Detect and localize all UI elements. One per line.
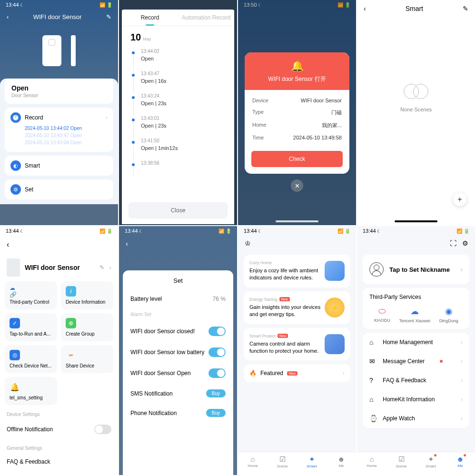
alarm-row[interactable]: WIFI door Sensor low battery xyxy=(123,342,233,363)
close-icon[interactable]: ✕ xyxy=(291,179,303,192)
energy-card[interactable]: Energy SavingNewGain insights into your … xyxy=(244,291,350,324)
tab-smart[interactable]: ✦Smart xyxy=(416,455,446,468)
svc-tencent[interactable]: ☁Tencent Xiaowei xyxy=(399,306,430,323)
set-row[interactable]: ⚙ Set xyxy=(5,179,113,199)
menu-faq[interactable]: ?FAQ & Feedback› xyxy=(363,371,469,390)
date-day: 10 xyxy=(130,32,141,43)
notification-dot xyxy=(434,454,436,456)
back-icon[interactable]: ‹ xyxy=(0,236,118,254)
bell-icon: 🔔 xyxy=(245,60,349,72)
back-icon[interactable]: ‹ xyxy=(119,236,237,251)
svc-dingdong[interactable]: ◉DingDong xyxy=(439,306,458,323)
tabbar: ⌂Home ☑Scene ✦Smart ☻Me xyxy=(357,452,475,475)
tab-scene[interactable]: ☑Scene xyxy=(387,455,416,468)
set-label: Set xyxy=(25,186,33,193)
timeline: 13:44:02Open 13:43:47Open | 16s 13:43:24… xyxy=(122,45,234,198)
card-third-party[interactable]: ☁ 🔗Third-party Control xyxy=(5,281,57,309)
tab-automation[interactable]: Automation Record xyxy=(178,10,234,26)
menu-watch[interactable]: ⌚Apple Watch› xyxy=(363,409,469,428)
toggle[interactable] xyxy=(208,368,226,378)
device-hero xyxy=(0,24,118,77)
card-check-net[interactable]: ◎Check Device Net... xyxy=(5,345,57,373)
tabbar: ⌂Home ☑Scene ✦Smart ☻Me xyxy=(238,452,356,475)
tab-home[interactable]: ⌂Home xyxy=(357,455,387,468)
smart-row[interactable]: ◐ Smart xyxy=(5,156,113,176)
chevron-right-icon: › xyxy=(343,370,345,377)
edit-icon[interactable]: ✎ xyxy=(463,5,468,12)
record-item: 2024-05-10 13:43:04 Open xyxy=(25,140,108,145)
timeline-item: 13:43:47Open | 16s xyxy=(130,67,226,89)
section-label: Alarm Set xyxy=(123,308,233,321)
tab-smart[interactable]: ✦Smart xyxy=(297,455,327,468)
screen-device-settings: 13:44☾ 📶 🔋 ‹ WIFI door Sensor ✎ › ☁ 🔗Thi… xyxy=(0,226,119,476)
record-card[interactable]: 🕐 Record › 2024-05-10 13:44:02 Open 2024… xyxy=(5,108,113,152)
cozy-card[interactable]: Cozy HomeEnjoy a cozy life with ambient … xyxy=(244,255,350,288)
battery-row: Battery level 76 % xyxy=(123,290,233,308)
buy-button[interactable]: Buy xyxy=(206,409,226,417)
alarm-row[interactable]: WIFI door Sensor Open xyxy=(123,363,233,384)
menu-homekit[interactable]: ⌂HomeKit Information› xyxy=(363,390,469,409)
timeline-item: 13:43:24Open | 23s xyxy=(130,89,226,112)
chevron-right-icon: › xyxy=(461,358,463,365)
toggle[interactable] xyxy=(208,327,226,336)
home-icon xyxy=(325,261,345,281)
home-icon: ⌂ xyxy=(369,338,378,346)
card-tap-run[interactable]: ✓Tap-to-Run and A... xyxy=(5,313,57,341)
card-device-info[interactable]: iDevice Information xyxy=(61,281,113,309)
add-button[interactable]: + xyxy=(453,193,466,206)
new-badge: New xyxy=(279,297,290,301)
card-tel-sms[interactable]: 🔔tel_sms_setting xyxy=(5,377,57,405)
status-bar: 13:44☾ 📶 🔋 xyxy=(0,0,118,10)
protect-card[interactable]: Smart ProtectNewCamera control and alarm… xyxy=(244,328,350,361)
menu-home-mgmt[interactable]: ⌂Home Management› xyxy=(363,333,469,352)
edit-icon[interactable]: ✎ xyxy=(106,13,111,20)
close-button[interactable]: Close xyxy=(129,202,228,218)
empty-label: None Scenes xyxy=(400,107,432,112)
energy-icon: ⚡ xyxy=(325,298,345,317)
back-icon[interactable]: ‹ xyxy=(364,5,366,12)
alert-info: DeviceWIFI door Sensor Type门磁 Home我的家...… xyxy=(245,90,349,148)
tab-record[interactable]: Record xyxy=(122,10,178,26)
phone-row[interactable]: Phone NotificationBuy xyxy=(123,403,233,423)
profile-icon[interactable]: ♔ xyxy=(238,236,356,251)
alarm-row[interactable]: WIFI door Sensor closed! xyxy=(123,321,233,342)
device-name: WIFI door Sensor xyxy=(25,264,95,271)
check-button[interactable]: Check xyxy=(251,151,343,167)
shield-icon xyxy=(325,334,345,354)
featured-row[interactable]: 🔥 Featured New › xyxy=(244,364,350,382)
card-create-group[interactable]: ⊕Create Group xyxy=(61,313,113,341)
faq-row[interactable]: FAQ & Feedback xyxy=(0,454,118,470)
buy-button[interactable]: Buy xyxy=(206,389,226,397)
date-month: May xyxy=(143,37,151,41)
gear-icon[interactable]: ⚙ xyxy=(462,239,468,247)
chevron-right-icon[interactable]: › xyxy=(109,263,111,272)
card-share[interactable]: ➦Share Device xyxy=(61,345,113,373)
chevron-right-icon: › xyxy=(460,265,463,274)
timeline-item: 13:43:01Open | 23s xyxy=(130,112,226,134)
scan-icon[interactable]: ⛶ xyxy=(450,239,456,247)
edit-icon[interactable]: ✎ xyxy=(99,264,104,271)
svc-xiaodu[interactable]: ⬭XIAODU xyxy=(374,306,390,323)
status-bar: 13:44☾ 📶 🔋 xyxy=(119,226,237,236)
status-bar: 13:44☾ 📶 🔋 xyxy=(357,226,475,236)
menu-message[interactable]: ✉Message Center› xyxy=(363,352,469,371)
offline-row[interactable]: Offline Notification xyxy=(0,420,118,439)
toggle[interactable] xyxy=(94,425,111,434)
page-header: ‹ WIFI door Sensor ✎ xyxy=(0,10,118,24)
record-list: 2024-05-10 13:44:02 Open 2024-05-10 13:4… xyxy=(25,126,108,145)
tab-scene[interactable]: ☑Scene xyxy=(268,455,297,468)
toggle[interactable] xyxy=(208,347,226,357)
profile-card[interactable]: Tap to Set Nickname › xyxy=(363,255,469,284)
empty-state: None Scenes xyxy=(357,84,475,112)
notification-dot xyxy=(440,360,443,363)
tab-home[interactable]: ⌂Home xyxy=(238,455,268,468)
settings-grid: ☁ 🔗Third-party Control iDevice Informati… xyxy=(0,281,118,405)
record-item: 2024-05-10 13:43:47 Open xyxy=(25,133,108,138)
menu-list: ⌂Home Management› ✉Message Center› ?FAQ … xyxy=(363,333,469,428)
watch-icon: ⌚ xyxy=(369,415,378,422)
tab-me[interactable]: ☻Me xyxy=(327,455,356,468)
back-icon[interactable]: ‹ xyxy=(7,13,9,20)
smart-label: Smart xyxy=(25,162,40,169)
tab-me[interactable]: ☻Me xyxy=(446,455,475,468)
sms-row[interactable]: SMS NotificationBuy xyxy=(123,384,233,403)
